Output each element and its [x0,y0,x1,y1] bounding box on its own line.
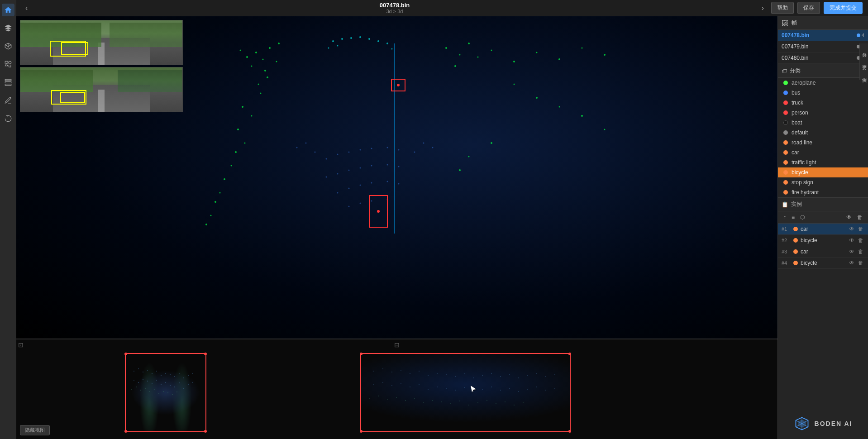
class-name-car: car [792,149,863,156]
instance-header: 📋 实例 [778,198,868,211]
instance-tool-1[interactable]: ↑ [782,213,788,221]
sidebar-stack[interactable] [2,76,14,89]
instance-num-2: #2 [782,238,791,243]
logo-area: BODEN AI [778,408,868,439]
camera-views [20,20,183,112]
instance-eye-3[interactable]: 👁 [848,248,855,255]
file-item-0[interactable]: 007478.bin 4 [778,30,868,41]
svg-rect-3 [5,79,11,81]
class-item-road-line[interactable]: road line [778,138,868,148]
class-item-truck[interactable]: truck [778,98,868,108]
instance-item-4[interactable]: #4 bicycle 👁 🗑 [778,258,868,269]
classification-icon: 🏷 [782,68,787,74]
sidebar-cube[interactable] [2,40,14,52]
class-name-aeroplane: aeroplane [792,80,863,86]
instance-num-1: #1 [782,226,791,232]
classification-title: 分类 [790,67,801,75]
instance-tool-2[interactable]: ≡ [790,213,796,221]
instance-item-3[interactable]: #3 car 👁 🗑 [778,246,868,258]
class-name-person: person [792,110,863,116]
center-area: ⊡ ⊟ 隐藏视图 🖼 帧 00 [16,16,868,439]
class-color-stop-sign [783,180,788,185]
sidebar-draw[interactable] [2,94,14,107]
class-name-traffic-light: traffic light [792,159,863,166]
class-color-aeroplane [783,81,788,85]
file-item-1[interactable]: 007479.bin 6 [778,41,868,52]
class-item-boat[interactable]: boat [778,118,868,128]
class-color-default [783,130,788,135]
instance-del-4[interactable]: 🗑 [857,259,864,267]
side-action-change[interactable]: 变更 [860,60,868,63]
next-frame-button[interactable]: › [758,3,768,13]
camera-view-bottom[interactable] [20,67,183,112]
camera-view-top[interactable] [20,20,183,65]
class-item-bus[interactable]: bus [778,88,868,98]
badge-dot-0 [857,33,860,37]
badge-count-0: 4 [862,33,864,38]
instance-color-3 [793,249,798,254]
instance-del-2[interactable]: 🗑 [857,237,864,244]
class-name-fire-hydrant: fire hydrant [792,189,863,196]
top-bar-left: ‹ [22,3,31,13]
sidebar-reset[interactable] [2,112,14,125]
logo-text: BODEN AI [815,420,853,427]
instance-label-4: bicycle [801,260,845,266]
complete-button[interactable]: 完成并提交 [824,2,863,14]
bottom-center-view-icon: ⊟ [394,341,400,348]
class-item-car[interactable]: car [778,148,868,157]
hide-view-button[interactable]: 隐藏视图 [20,425,50,435]
file-item-2[interactable]: 007480.bin 0 [778,52,868,64]
instance-num-3: #3 [782,249,791,254]
instance-tool-3[interactable]: ⬡ [798,213,806,221]
filename-label: 007478.bin [380,2,410,9]
class-item-traffic-light[interactable]: traffic light [778,157,868,167]
main-viewport: ⊡ ⊟ 隐藏视图 [16,16,777,439]
file-item-name-1: 007479.bin [782,43,857,50]
top-bar-center: 007478.bin 3d > 3d [380,2,410,14]
top-bar: ‹ 007478.bin 3d > 3d › 帮助 保存 完成并提交 [16,0,868,16]
scan-view-left[interactable] [125,353,206,432]
instance-eye-4[interactable]: 👁 [848,259,855,267]
prev-frame-button[interactable]: ‹ [22,3,31,13]
scan-view-right[interactable] [360,353,571,432]
instance-list: #1 car 👁 🗑 #2 bicycle [778,224,868,408]
class-item-stop-sign[interactable]: stop sign [778,177,868,187]
view-3d[interactable] [16,16,777,339]
side-action-classify[interactable]: 分类 [860,47,868,51]
class-name-road-line: road line [792,139,863,146]
sidebar-shapes[interactable] [2,58,14,71]
panel-frame-icon: 🖼 [782,19,788,27]
class-item-bicycle[interactable]: bicycle [778,167,868,177]
file-item-name-0: 007478.bin [782,32,857,38]
instance-del-3[interactable]: 🗑 [857,248,864,255]
instance-del-1[interactable]: 🗑 [857,225,864,233]
sidebar-home[interactable] [2,4,14,16]
instance-icon: 📋 [782,201,788,208]
file-item-name-2: 007480.bin [782,55,857,61]
right-panel-header: 🖼 帧 [778,16,868,30]
class-name-bicycle: bicycle [792,169,863,176]
class-item-person[interactable]: person [778,108,868,118]
instance-eye-2[interactable]: 👁 [848,237,855,244]
instance-item-2[interactable]: #2 bicycle 👁 🗑 [778,235,868,246]
class-item-default[interactable]: default [778,128,868,138]
sidebar-layers[interactable] [2,22,14,34]
class-color-car [783,150,788,155]
instance-item-1[interactable]: #1 car 👁 🗑 [778,224,868,235]
instance-color-2 [793,238,798,243]
class-name-default: default [792,129,863,136]
class-item-fire-hydrant[interactable]: fire hydrant [778,187,868,197]
class-item-aeroplane[interactable]: aeroplane [778,78,868,88]
side-action-instance[interactable]: 实例 [860,72,868,76]
instance-tool-delete[interactable]: 🗑 [855,213,864,221]
instance-tool-eye[interactable]: 👁 [844,213,854,221]
class-color-truck [783,100,788,105]
save-button[interactable]: 保存 [797,2,820,14]
instance-actions-4: 👁 🗑 [848,259,864,267]
instance-eye-1[interactable]: 👁 [848,225,855,233]
help-button[interactable]: 帮助 [771,2,794,14]
file-list: 007478.bin 4 007479.bin 6 007480.bin [778,30,868,64]
instance-color-4 [793,261,798,265]
svg-rect-4 [5,82,11,83]
instance-num-4: #4 [782,260,791,266]
